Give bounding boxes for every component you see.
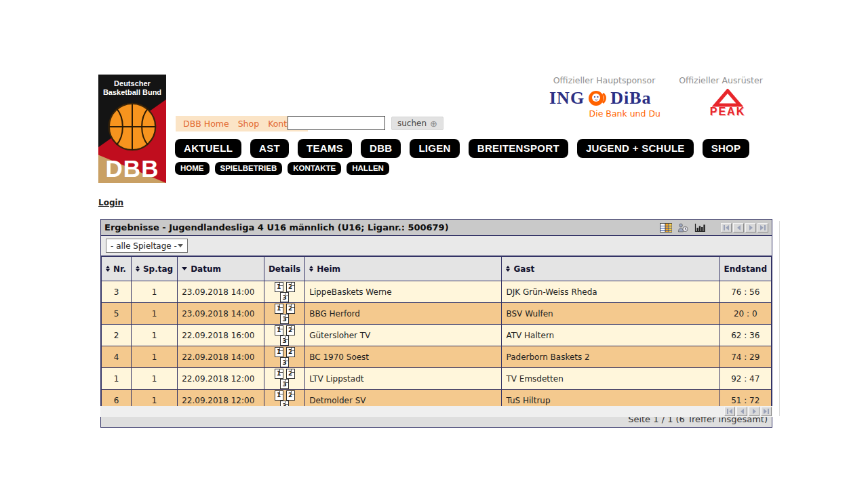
- cell-sptag: 1: [131, 368, 177, 390]
- spieltag-select-value: - alle Spieltage -: [111, 241, 177, 251]
- quicklink[interactable]: Shop: [238, 119, 259, 129]
- page-edge-divider: [779, 221, 780, 416]
- primary-nav-item[interactable]: LIGEN: [410, 139, 459, 158]
- details-doc-1-icon[interactable]: 1: [275, 282, 283, 292]
- pager-first-button[interactable]: [724, 407, 735, 416]
- search-input[interactable]: [288, 116, 385, 130]
- details-doc-3-icon[interactable]: 3: [280, 379, 289, 389]
- pager-prev-button[interactable]: [733, 223, 744, 232]
- results-panel: Ergebnisse - Jugendlandesliga 4 U16 männ…: [100, 219, 772, 428]
- table-row: 5 1 23.09.2018 14:00 123 BBG Herford BSV…: [102, 303, 772, 325]
- primary-nav-item[interactable]: JUGEND + SCHULE: [577, 139, 694, 158]
- primary-nav-item[interactable]: SHOP: [703, 139, 750, 158]
- pager-last-button[interactable]: [761, 407, 772, 416]
- table-row: 1 1 22.09.2018 12:00 123 LTV Lippstadt T…: [102, 368, 772, 390]
- table-row: 2 1 22.09.2018 16:00 123 Gütersloher TV …: [102, 325, 772, 346]
- pager-next-button[interactable]: [749, 407, 760, 416]
- table-row: 4 1 22.09.2018 14:00 123 BC 1970 Soest P…: [102, 346, 772, 368]
- cell-datum: 22.09.2018 16:00: [178, 325, 264, 346]
- cell-heim: BBG Herford: [305, 303, 502, 325]
- cell-gast: Paderborn Baskets 2: [502, 346, 719, 368]
- search-plus-icon: ⊕: [430, 119, 437, 128]
- cell-nr: 4: [102, 346, 132, 368]
- cell-nr: 1: [102, 368, 132, 390]
- details-doc-1-icon[interactable]: 1: [275, 325, 283, 336]
- stats-chart-icon[interactable]: [693, 222, 707, 233]
- panel-title: Ergebnisse - Jugendlandesliga 4 U16 männ…: [104, 222, 449, 232]
- details-doc-2-icon[interactable]: 2: [286, 304, 295, 314]
- details-doc-3-icon[interactable]: 3: [280, 314, 289, 324]
- col-header-sptag[interactable]: Sp.tag: [131, 257, 177, 281]
- ing-lion-icon: [587, 89, 608, 108]
- details-doc-1-icon[interactable]: 1: [275, 390, 283, 401]
- cell-gast: BSV Wulfen: [502, 303, 719, 325]
- login-link[interactable]: Login: [98, 198, 123, 207]
- panel-title-bar: Ergebnisse - Jugendlandesliga 4 U16 männ…: [101, 220, 772, 236]
- cell-heim: BC 1970 Soest: [305, 346, 502, 368]
- details-doc-1-icon[interactable]: 1: [275, 369, 283, 379]
- person-schedule-icon[interactable]: [676, 222, 690, 233]
- details-doc-3-icon[interactable]: 3: [280, 336, 289, 346]
- dbb-logo[interactable]: Deutscher Basketball Bund DBB: [98, 75, 166, 183]
- secondary-nav-item[interactable]: HOME: [175, 162, 210, 175]
- cell-details: 123: [264, 303, 304, 325]
- cell-nr: 2: [102, 325, 132, 346]
- primary-nav-item[interactable]: DBB: [361, 139, 401, 158]
- secondary-nav-item[interactable]: KONTAKTE: [288, 162, 341, 175]
- secondary-nav-item[interactable]: HALLEN: [347, 162, 389, 175]
- logo-acronym: DBB: [98, 155, 166, 182]
- details-doc-2-icon[interactable]: 2: [286, 347, 295, 357]
- cell-gast: DJK Grün-Weiss Rheda: [502, 281, 719, 303]
- details-doc-2-icon[interactable]: 2: [286, 325, 295, 336]
- col-header-datum[interactable]: Datum: [178, 257, 264, 281]
- pager-prev-button[interactable]: [736, 407, 747, 416]
- details-doc-3-icon[interactable]: 3: [280, 292, 289, 302]
- table-view-icon[interactable]: [659, 222, 673, 233]
- cell-endstand: 92 : 47: [719, 368, 771, 390]
- primary-nav-item[interactable]: AST: [250, 139, 289, 158]
- quicklink[interactable]: DBB Home: [183, 119, 229, 129]
- search-button[interactable]: suchen ⊕: [391, 117, 443, 130]
- col-header-gast[interactable]: Gast: [502, 257, 719, 281]
- sort-icon: [309, 266, 313, 272]
- ing-tagline: Die Bank und Du: [578, 108, 660, 119]
- cell-details: 123: [264, 368, 304, 390]
- details-doc-2-icon[interactable]: 2: [286, 369, 295, 379]
- details-doc-1-icon[interactable]: 1: [275, 304, 283, 314]
- details-doc-2-icon[interactable]: 2: [286, 282, 295, 292]
- cell-endstand: 74 : 29: [719, 346, 771, 368]
- primary-nav-item[interactable]: AKTUELL: [175, 139, 241, 158]
- spieltag-select[interactable]: - alle Spieltage -: [106, 239, 188, 253]
- details-doc-2-icon[interactable]: 2: [286, 390, 295, 401]
- table-header-row: Nr. Sp.tag Datum Details Heim Gast Endst…: [102, 257, 772, 281]
- secondary-nav-item[interactable]: SPIELBETRIEB: [215, 162, 283, 175]
- bottom-pager: [100, 406, 772, 417]
- pager-next-button[interactable]: [745, 223, 756, 232]
- cell-nr: 3: [102, 281, 132, 303]
- cell-heim: LippeBaskets Werne: [305, 281, 502, 303]
- cell-sptag: 1: [131, 303, 177, 325]
- title-pager: [721, 223, 768, 232]
- details-doc-3-icon[interactable]: 3: [280, 357, 289, 367]
- col-header-details: Details: [264, 257, 304, 281]
- primary-nav-item[interactable]: BREITENSPORT: [469, 139, 568, 158]
- primary-nav-item[interactable]: TEAMS: [298, 139, 352, 158]
- pager-first-button[interactable]: [721, 223, 732, 232]
- cell-endstand: 76 : 56: [719, 281, 771, 303]
- sort-icon: [136, 266, 140, 272]
- cell-endstand: 62 : 36: [719, 325, 771, 346]
- cell-details: 123: [264, 346, 304, 368]
- filter-row: - alle Spieltage -: [101, 236, 772, 256]
- secondary-nav: HOMESPIELBETRIEBKONTAKTEHALLEN: [175, 162, 389, 175]
- col-header-heim[interactable]: Heim: [305, 257, 502, 281]
- details-doc-1-icon[interactable]: 1: [275, 347, 283, 357]
- cell-heim: LTV Lippstadt: [305, 368, 502, 390]
- peak-logo[interactable]: PEAK: [698, 89, 757, 118]
- sort-desc-icon: [182, 267, 187, 270]
- col-header-endstand: Endstand: [719, 257, 771, 281]
- ing-diba-logo[interactable]: ING DiBa: [549, 88, 663, 108]
- sort-icon: [106, 266, 110, 272]
- cell-sptag: 1: [131, 281, 177, 303]
- pager-last-button[interactable]: [757, 223, 768, 232]
- col-header-nr[interactable]: Nr.: [102, 257, 132, 281]
